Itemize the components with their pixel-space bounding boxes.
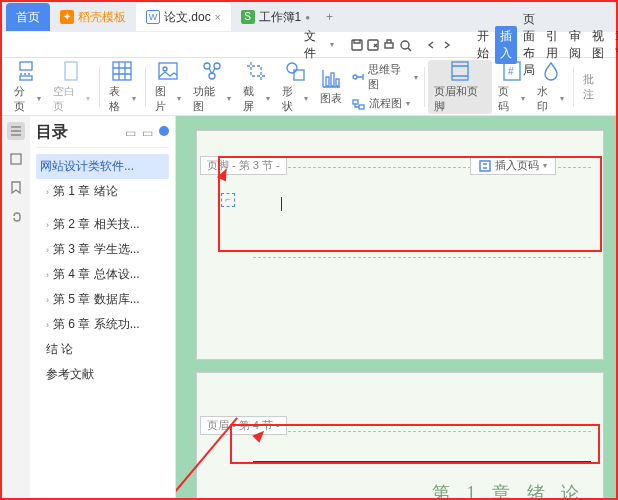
- sync-icon[interactable]: [159, 126, 169, 136]
- svg-point-3: [401, 41, 409, 49]
- header-section-label[interactable]: 页眉- 第 4 节 -: [200, 416, 287, 435]
- flowchart-icon: [351, 97, 365, 111]
- svg-point-10: [163, 67, 167, 71]
- paging-button[interactable]: 分页▾: [8, 60, 47, 114]
- paragraph-mark-icon: ⌐: [221, 193, 235, 207]
- ribbon-tab-references[interactable]: 引用: [541, 26, 563, 64]
- svg-rect-26: [480, 161, 490, 171]
- file-menu-label: 文件: [304, 28, 327, 62]
- insert-pagenum-button[interactable]: 插入页码▾: [470, 156, 556, 175]
- ribbon-tab-review[interactable]: 审阅: [564, 26, 586, 64]
- redo-icon[interactable]: [440, 36, 454, 54]
- table-button[interactable]: 表格▾: [103, 60, 142, 114]
- blank-page-icon: [60, 60, 82, 82]
- toc-item[interactable]: ›第 6 章 系统功...: [36, 312, 169, 337]
- svg-rect-22: [452, 62, 468, 80]
- svg-rect-17: [331, 73, 334, 86]
- attachment-icon[interactable]: [7, 206, 25, 224]
- shapes-icon: [284, 60, 306, 82]
- undo-icon[interactable]: [424, 36, 438, 54]
- svg-point-14: [287, 63, 297, 73]
- header-footer-icon: [449, 60, 471, 82]
- preview-icon[interactable]: [398, 36, 412, 54]
- toc-item[interactable]: 网站设计类软件...: [36, 154, 169, 179]
- save-as-icon[interactable]: [366, 36, 380, 54]
- save-icon[interactable]: [350, 36, 364, 54]
- svg-rect-9: [159, 63, 177, 79]
- toc-panel: 目录 ▭ ▭ 网站设计类软件... ›第 1 章 绪论 ›第 2 章 相关技..…: [30, 116, 176, 498]
- comments-button[interactable]: 批注: [577, 72, 610, 102]
- ribbon: 分页▾ 空白页▾ 表格▾ 图片▾ 功能图▾ 截屏▾ 形状▾: [2, 58, 616, 116]
- chart-button[interactable]: 图表: [314, 67, 348, 106]
- picture-button[interactable]: 图片▾: [149, 60, 188, 114]
- watermark-button[interactable]: 水印▾: [531, 60, 570, 114]
- toc-tools: ▭ ▭: [125, 126, 169, 140]
- svg-rect-7: [65, 62, 77, 80]
- header-footer-button[interactable]: 页眉和页脚: [428, 60, 493, 114]
- collapse-icon[interactable]: ▭: [125, 126, 136, 140]
- ribbon-tab-view[interactable]: 视图: [587, 26, 609, 64]
- toc-title: 目录: [36, 122, 68, 143]
- print-icon[interactable]: [382, 36, 396, 54]
- thumbnail-icon[interactable]: [7, 150, 25, 168]
- toc-item[interactable]: ›第 4 章 总体设...: [36, 262, 169, 287]
- svg-rect-16: [326, 77, 329, 86]
- svg-rect-6: [20, 76, 32, 80]
- svg-rect-25: [11, 154, 21, 164]
- toc-item[interactable]: ›第 1 章 绪论: [36, 179, 169, 204]
- mindmap-icon: [351, 70, 364, 84]
- outline-icon[interactable]: [7, 122, 25, 140]
- shape-button[interactable]: 形状▾: [276, 60, 315, 114]
- crop-icon: [245, 60, 267, 82]
- side-toolbar: [2, 116, 30, 498]
- ribbon-tab-start[interactable]: 开始: [472, 26, 494, 64]
- text-cursor: [281, 197, 282, 211]
- bookmark-icon[interactable]: [7, 178, 25, 196]
- chapter-heading: 第 1 章 绪 论: [432, 481, 585, 498]
- footer-section-label[interactable]: 页脚- 第 3 节 -: [200, 156, 287, 175]
- svg-rect-5: [20, 62, 32, 70]
- picture-icon: [157, 60, 179, 82]
- table-icon: [111, 60, 133, 82]
- svg-rect-21: [359, 105, 364, 109]
- pagenum-button[interactable]: # 页码▾: [492, 60, 531, 114]
- toc-item[interactable]: ›第 3 章 学生选...: [36, 237, 169, 262]
- toc-item[interactable]: ›第 2 章 相关技...: [36, 212, 169, 237]
- page-number-icon: #: [501, 60, 523, 82]
- chevron-down-icon: ▾: [330, 40, 334, 49]
- svg-rect-18: [336, 79, 339, 86]
- document-canvas[interactable]: ⌐ 页脚- 第 3 节 - 插入页码▾ 第 1 章 绪 论 1.1 项目背景和意…: [176, 116, 616, 498]
- svg-rect-2: [385, 43, 393, 48]
- fnchart-button[interactable]: 功能图▾: [187, 60, 236, 114]
- diagram-group: 思维导图▾ 流程图▾: [348, 61, 421, 112]
- watermark-icon: [540, 60, 562, 82]
- toc-item[interactable]: ›第 5 章 数据库...: [36, 287, 169, 312]
- toc-item[interactable]: 结 论: [36, 337, 169, 362]
- screenshot-button[interactable]: 截屏▾: [237, 60, 276, 114]
- page-break-icon: [16, 60, 38, 82]
- blank-page-button[interactable]: 空白页▾: [47, 60, 96, 114]
- chart-icon: [320, 67, 342, 89]
- menubar: 文件 ▾ 开始 插入 页面布局 引用 审阅 视图 章节 开发工具 特色功能 页眉…: [2, 32, 616, 58]
- ribbon-tab-insert[interactable]: 插入: [495, 26, 517, 64]
- mindmap-button[interactable]: 思维导图▾: [348, 61, 421, 93]
- flowchart-button[interactable]: 流程图▾: [348, 95, 421, 112]
- page-number-icon: [479, 160, 491, 172]
- ribbon-tab-sections[interactable]: 章节: [610, 26, 618, 64]
- smartart-icon: [201, 60, 223, 82]
- svg-rect-20: [353, 100, 358, 104]
- expand-icon[interactable]: ▭: [142, 126, 153, 140]
- svg-point-19: [353, 75, 357, 79]
- svg-text:#: #: [508, 66, 514, 77]
- toc-item[interactable]: 参考文献: [36, 362, 169, 387]
- svg-rect-8: [113, 62, 131, 80]
